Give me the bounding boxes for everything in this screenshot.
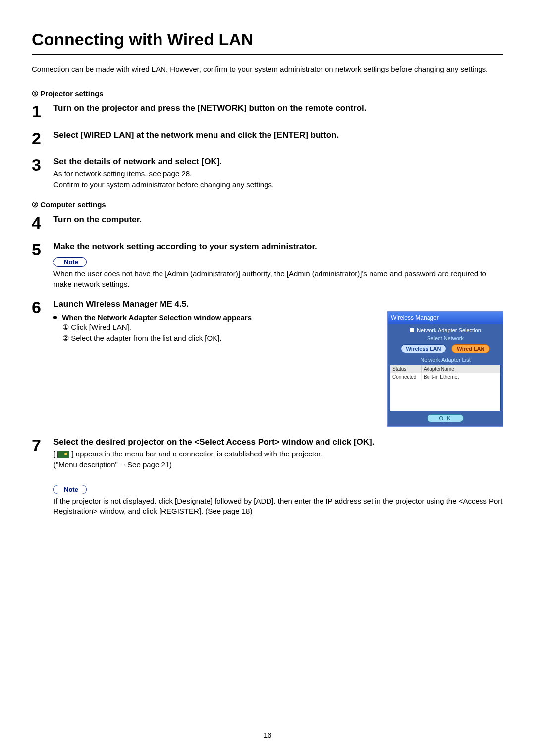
note-label: Note bbox=[54, 485, 87, 494]
square-icon bbox=[410, 328, 414, 332]
tab-wired-lan[interactable]: Wired LAN bbox=[451, 344, 490, 353]
select-network-label: Select Network bbox=[390, 335, 501, 343]
note-text: If the projector is not displayed, click… bbox=[54, 496, 503, 516]
bullet-heading: When the Network Adapter Selection windo… bbox=[54, 313, 377, 322]
adapter-list-label: Network Adapter List bbox=[390, 356, 501, 365]
bullet-icon bbox=[54, 316, 57, 319]
step-number: 7 bbox=[32, 436, 54, 454]
sub-list: ① Click [Wired LAN]. ② Select the adapte… bbox=[62, 322, 377, 344]
step-number: 4 bbox=[32, 213, 54, 231]
step-subtext: ("Menu description" →See page 21) bbox=[54, 460, 503, 470]
step-body: Launch Wireless Manager ME 4.5. When the… bbox=[54, 298, 503, 427]
step-1: 1 Turn on the projector and press the [N… bbox=[32, 102, 503, 120]
step-4: 4 Turn on the computer. bbox=[32, 213, 503, 231]
step-heading: Select the desired projector on the <Sel… bbox=[54, 437, 503, 448]
step-body: Set the details of network and select [O… bbox=[54, 155, 503, 190]
step6-left: When the Network Adapter Selection windo… bbox=[54, 310, 377, 427]
page-title: Connecting with Wired LAN bbox=[32, 30, 503, 55]
step-number: 2 bbox=[32, 129, 54, 147]
step-subtext: As for network setting items, see page 2… bbox=[54, 169, 503, 179]
network-tabs: Wireless LAN Wired LAN bbox=[390, 343, 501, 356]
menubar-connection-icon bbox=[57, 451, 69, 458]
note-label: Note bbox=[54, 257, 87, 267]
window-body: Network Adapter Selection Select Network… bbox=[388, 324, 503, 426]
step-heading: Turn on the computer. bbox=[54, 214, 503, 226]
window-titlebar: Wireless Manager bbox=[388, 312, 503, 324]
table-row[interactable]: Connected Built-in Ethernet bbox=[390, 373, 500, 381]
window-header-text: Network Adapter Selection bbox=[417, 327, 481, 333]
table-header: Status AdapterName bbox=[390, 365, 500, 373]
step-6: 6 Launch Wireless Manager ME 4.5. When t… bbox=[32, 298, 503, 427]
step6-columns: When the Network Adapter Selection windo… bbox=[54, 310, 503, 427]
step-body: Select [WIRED LAN] at the network menu a… bbox=[54, 129, 503, 141]
sub-list-item: ② Select the adapter from the list and c… bbox=[62, 333, 377, 344]
cell-adapter-name: Built-in Ethernet bbox=[422, 373, 500, 381]
page: Connecting with Wired LAN Connection can… bbox=[0, 0, 535, 756]
step-2: 2 Select [WIRED LAN] at the network menu… bbox=[32, 129, 503, 147]
section-computer-settings: ② Computer settings bbox=[32, 201, 503, 209]
step-subtext: Confirm to your system administrator bef… bbox=[54, 180, 503, 190]
note-text: When the user does not have the [Admin (… bbox=[54, 269, 503, 289]
wireless-manager-window: Wireless Manager Network Adapter Selecti… bbox=[387, 311, 503, 427]
col-adapter-name: AdapterName bbox=[422, 365, 500, 373]
ok-button[interactable]: O K bbox=[427, 414, 464, 422]
col-status: Status bbox=[390, 365, 422, 373]
inline-text: ] appears in the menu bar and a connecti… bbox=[72, 450, 322, 458]
intro-text: Connection can be made with wired LAN. H… bbox=[32, 64, 503, 74]
step-body: Turn on the computer. bbox=[54, 213, 503, 226]
step-heading: Launch Wireless Manager ME 4.5. bbox=[54, 299, 503, 310]
step-number: 1 bbox=[32, 102, 54, 120]
window-header-row: Network Adapter Selection bbox=[390, 326, 501, 335]
step-number: 6 bbox=[32, 298, 54, 316]
step-body: Select the desired projector on the <Sel… bbox=[54, 436, 503, 516]
step-body: Make the network setting according to yo… bbox=[54, 240, 503, 289]
tab-wireless-lan[interactable]: Wireless LAN bbox=[401, 344, 447, 353]
ok-row: O K bbox=[390, 411, 501, 424]
page-number: 16 bbox=[0, 731, 535, 739]
step-subtext: [ ] appears in the menu bar and a connec… bbox=[54, 449, 503, 459]
step-heading: Select [WIRED LAN] at the network menu a… bbox=[54, 130, 503, 141]
step-5: 5 Make the network setting according to … bbox=[32, 240, 503, 289]
step-number: 5 bbox=[32, 240, 54, 258]
inline-text: [ bbox=[54, 450, 55, 458]
step-number: 3 bbox=[32, 155, 54, 173]
adapter-table: Status AdapterName Connected Built-in Et… bbox=[390, 365, 501, 411]
step-body: Turn on the projector and press the [NET… bbox=[54, 102, 503, 114]
bullet-heading-text: When the Network Adapter Selection windo… bbox=[62, 313, 252, 322]
sub-list-item: ① Click [Wired LAN]. bbox=[62, 322, 377, 333]
section-projector-settings: ① Projector settings bbox=[32, 89, 503, 98]
step-heading: Make the network setting according to yo… bbox=[54, 241, 503, 252]
step-heading: Turn on the projector and press the [NET… bbox=[54, 103, 503, 114]
step-heading: Set the details of network and select [O… bbox=[54, 156, 503, 168]
cell-status: Connected bbox=[390, 373, 422, 381]
step-3: 3 Set the details of network and select … bbox=[32, 155, 503, 190]
step-7: 7 Select the desired projector on the <S… bbox=[32, 436, 503, 516]
